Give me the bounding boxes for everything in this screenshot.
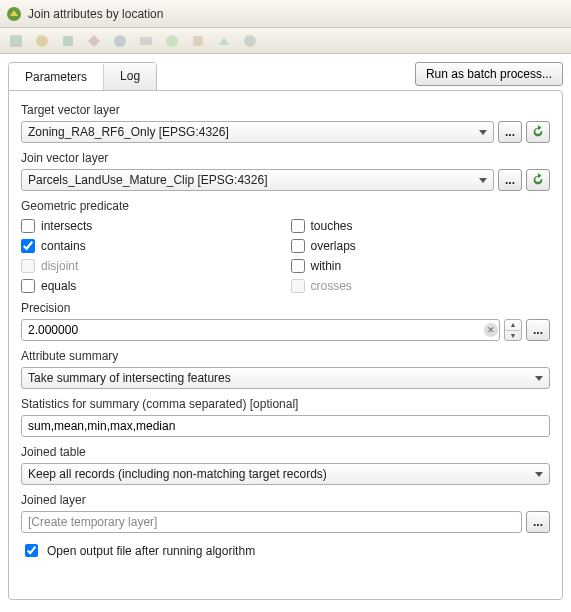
svg-rect-1 [10,35,22,47]
predicate-contains[interactable]: contains [21,239,281,253]
chevron-down-icon [535,472,543,477]
joined-table-label: Joined table [21,445,550,459]
predicate-disjoint-checkbox [21,259,35,273]
attr-summary-label: Attribute summary [21,349,550,363]
toolbar-icon [164,33,180,49]
stats-summary-input[interactable] [21,415,550,437]
titlebar: Join attributes by location [0,0,571,28]
join-layer-combo[interactable]: Parcels_LandUse_Mature_Clip [EPSG:4326] [21,169,494,191]
tab-log[interactable]: Log [104,63,156,90]
open-output-checkbox-row[interactable]: Open output file after running algorithm [21,541,550,560]
dialog-content: Parameters Log Run as batch process... T… [0,54,571,612]
precision-clear-button[interactable]: ✕ [484,323,498,337]
precision-input[interactable] [21,319,500,341]
chevron-down-icon [535,376,543,381]
precision-label: Precision [21,301,550,315]
svg-point-8 [244,35,256,47]
attr-summary-value: Take summary of intersecting features [28,371,231,385]
toolbar-icon [60,33,76,49]
target-layer-browse-button[interactable]: ... [498,121,522,143]
svg-point-4 [114,35,126,47]
predicate-touches[interactable]: touches [291,219,551,233]
predicate-overlaps[interactable]: overlaps [291,239,551,253]
toolbar-icon [34,33,50,49]
toolbar-icon [190,33,206,49]
target-layer-label: Target vector layer [21,103,550,117]
geom-predicate-label: Geometric predicate [21,199,550,213]
toolbar-icon [138,33,154,49]
predicate-crosses: crosses [291,279,551,293]
predicate-within[interactable]: within [291,259,551,273]
tab-bar: Parameters Log [8,62,157,91]
predicates-grid: intersects touches contains overlaps dis… [21,219,550,293]
window-title: Join attributes by location [28,7,163,21]
target-layer-combo[interactable]: Zoning_RA8_RF6_Only [EPSG:4326] [21,121,494,143]
predicate-equals-checkbox[interactable] [21,279,35,293]
predicate-overlaps-checkbox[interactable] [291,239,305,253]
join-layer-browse-button[interactable]: ... [498,169,522,191]
target-layer-reload-button[interactable] [526,121,550,143]
chevron-down-icon [479,130,487,135]
toolbar-icon [8,33,24,49]
toolbar-icon [216,33,232,49]
run-as-batch-button[interactable]: Run as batch process... [415,62,563,86]
svg-rect-5 [140,37,152,45]
joined-layer-label: Joined layer [21,493,550,507]
joined-table-value: Keep all records (including non-matching… [28,467,327,481]
stats-summary-label: Statistics for summary (comma separated)… [21,397,550,411]
join-layer-label: Join vector layer [21,151,550,165]
joined-table-combo[interactable]: Keep all records (including non-matching… [21,463,550,485]
app-toolbar [0,28,571,54]
precision-options-button[interactable]: ... [526,319,550,341]
open-output-label: Open output file after running algorithm [47,544,255,558]
predicate-contains-checkbox[interactable] [21,239,35,253]
parameters-panel: Target vector layer Zoning_RA8_RF6_Only … [8,90,563,600]
svg-rect-3 [63,36,73,46]
tab-parameters[interactable]: Parameters [9,64,104,91]
toolbar-icon [112,33,128,49]
app-icon [6,6,22,22]
predicate-intersects[interactable]: intersects [21,219,281,233]
join-layer-reload-button[interactable] [526,169,550,191]
chevron-down-icon [479,178,487,183]
spinner-up-icon[interactable]: ▲ [505,320,521,331]
attr-summary-combo[interactable]: Take summary of intersecting features [21,367,550,389]
joined-layer-browse-button[interactable]: ... [526,511,550,533]
predicate-intersects-checkbox[interactable] [21,219,35,233]
toolbar-icon [86,33,102,49]
predicate-within-checkbox[interactable] [291,259,305,273]
target-layer-value: Zoning_RA8_RF6_Only [EPSG:4326] [28,125,229,139]
predicate-touches-checkbox[interactable] [291,219,305,233]
toolbar-icon [242,33,258,49]
predicate-disjoint: disjoint [21,259,281,273]
svg-point-2 [36,35,48,47]
reload-icon [531,125,545,139]
svg-rect-7 [193,36,203,46]
spinner-down-icon[interactable]: ▼ [505,331,521,341]
svg-point-6 [166,35,178,47]
open-output-checkbox[interactable] [25,544,38,557]
joined-layer-input[interactable] [21,511,522,533]
precision-spinner[interactable]: ▲ ▼ [504,319,522,341]
predicate-equals[interactable]: equals [21,279,281,293]
predicate-crosses-checkbox [291,279,305,293]
reload-icon [531,173,545,187]
join-layer-value: Parcels_LandUse_Mature_Clip [EPSG:4326] [28,173,267,187]
